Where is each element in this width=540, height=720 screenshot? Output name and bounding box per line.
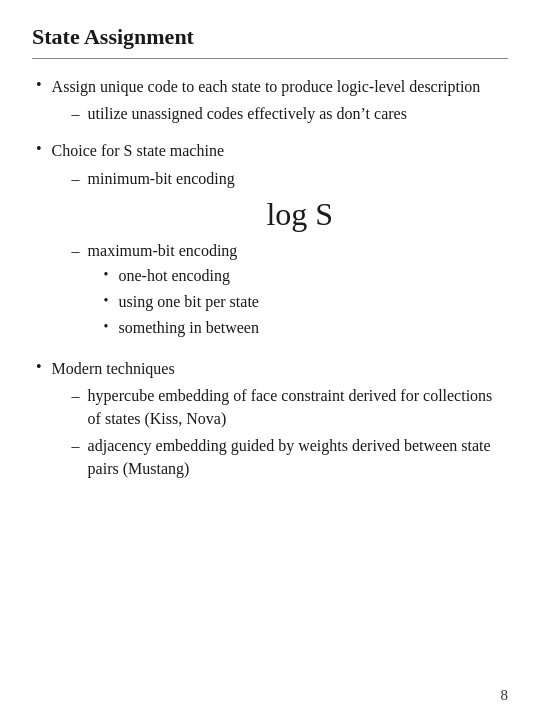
dash-2a-text: minimum-bit encoding [88,167,235,190]
dash-1a: – utilize unassigned codes effectively a… [72,102,481,125]
bullet-1-subitems: – utilize unassigned codes effectively a… [72,102,481,125]
sub-sub-text-3: something in between [119,316,259,339]
sub-sub-bullet-1: • [104,264,109,285]
sub-sub-bullet-3: • [104,316,109,337]
dash-symbol-3b: – [72,434,80,457]
dash-3a: – hypercube embedding of face constraint… [72,384,508,430]
bullet-3-subitems: – hypercube embedding of face constraint… [72,384,508,481]
bullet-2: • Choice for S state machine – minimum-b… [36,139,508,348]
sub-sub-items: • one-hot encoding • using one bit per s… [104,264,259,340]
sub-sub-text-2: using one bit per state [119,290,259,313]
page-number: 8 [501,687,509,704]
dash-symbol-3a: – [72,384,80,407]
dash-3b: – adjacency embedding guided by weights … [72,434,508,480]
dash-3b-text: adjacency embedding guided by weights de… [88,434,508,480]
dash-symbol-1a: – [72,102,80,125]
bullet-3: • Modern techniques – hypercube embeddin… [36,357,508,487]
log-s-label: log S [92,196,508,233]
bullet-symbol-1: • [36,76,42,94]
slide-title: State Assignment [32,24,508,50]
sub-sub-item-1: • one-hot encoding [104,264,259,287]
dash-symbol-2b: – [72,239,80,262]
bullet-2-text: Choice for S state machine [52,142,224,159]
bullet-2-subitems: – minimum-bit encoding log S – maximum-b… [72,167,508,343]
dash-3a-text: hypercube embedding of face constraint d… [88,384,508,430]
dash-2a: – minimum-bit encoding [72,167,508,190]
sub-sub-item-2: • using one bit per state [104,290,259,313]
bullet-symbol-2: • [36,140,42,158]
title-divider [32,58,508,59]
dash-2b-text: maximum-bit encoding [88,242,238,259]
content-area: • Assign unique code to each state to pr… [32,75,508,486]
dash-symbol-2a: – [72,167,80,190]
dash-1a-text: utilize unassigned codes effectively as … [88,102,407,125]
title-section: State Assignment [32,24,508,59]
sub-sub-text-1: one-hot encoding [119,264,231,287]
sub-sub-item-3: • something in between [104,316,259,339]
sub-sub-bullet-2: • [104,290,109,311]
bullet-1: • Assign unique code to each state to pr… [36,75,508,131]
bullet-1-text: Assign unique code to each state to prod… [52,78,481,95]
bullet-symbol-3: • [36,358,42,376]
bullet-3-text: Modern techniques [52,360,175,377]
dash-2b: – maximum-bit encoding • one-hot encodin… [72,239,508,343]
slide: State Assignment • Assign unique code to… [0,0,540,720]
